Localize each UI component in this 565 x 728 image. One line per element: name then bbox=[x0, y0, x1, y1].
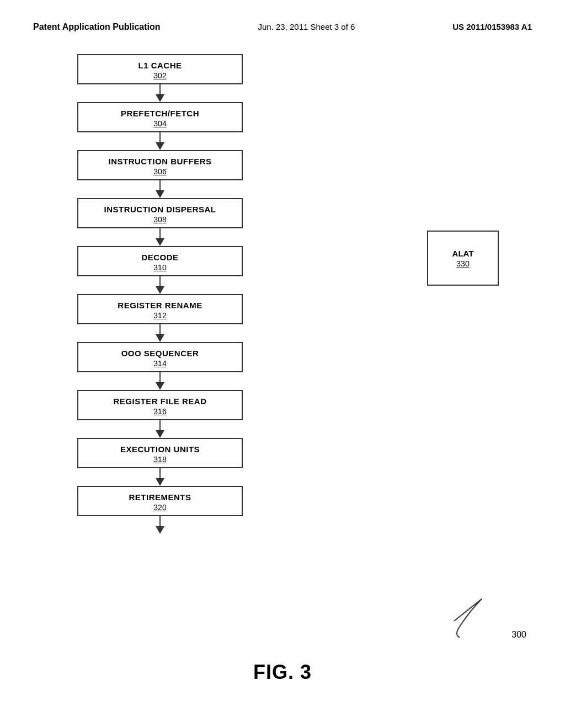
box-instr-buffers: INSTRUCTION BUFFERS 306 bbox=[77, 150, 243, 180]
box-l1cache: L1 CACHE 302 bbox=[77, 54, 243, 84]
diagram-number: 300 bbox=[511, 630, 526, 639]
box-execution-units-number: 318 bbox=[78, 455, 242, 464]
box-register-file-read-title: REGISTER FILE READ bbox=[78, 397, 242, 406]
patent-page: Patent Application Publication Jun. 23, … bbox=[0, 0, 565, 728]
box-register-file-read: REGISTER FILE READ 316 bbox=[77, 390, 243, 420]
box-ooo-sequencer: OOO SEQUENCER 314 bbox=[77, 342, 243, 372]
alat-number: 330 bbox=[456, 259, 469, 268]
box-instr-dispersal-number: 308 bbox=[78, 215, 242, 224]
pipeline-column: L1 CACHE 302 PREFETCH/FETCH 304 INSTRUCT… bbox=[55, 54, 265, 534]
box-execution-units-title: EXECUTION UNITS bbox=[78, 445, 242, 454]
box-instr-dispersal-title: INSTRUCTION DISPERSAL bbox=[78, 205, 242, 214]
box-decode-number: 310 bbox=[78, 263, 242, 272]
box-prefetch: PREFETCH/FETCH 304 bbox=[77, 102, 243, 132]
arrow-8 bbox=[156, 420, 164, 438]
box-retirements-title: RETIREMENTS bbox=[78, 493, 242, 502]
arrow-9 bbox=[156, 468, 164, 486]
box-decode-title: DECODE bbox=[78, 253, 242, 262]
header-center: Jun. 23, 2011 Sheet 3 of 6 bbox=[258, 22, 355, 31]
box-execution-units: EXECUTION UNITS 318 bbox=[77, 438, 243, 468]
alat-box: ALAT 330 bbox=[427, 231, 499, 286]
main-content: L1 CACHE 302 PREFETCH/FETCH 304 INSTRUCT… bbox=[33, 54, 532, 534]
curly-brace-icon bbox=[449, 593, 493, 643]
alat-title: ALAT bbox=[452, 249, 474, 258]
box-l1cache-title: L1 CACHE bbox=[78, 61, 242, 70]
box-decode: DECODE 310 bbox=[77, 246, 243, 276]
header-right: US 2011/0153983 A1 bbox=[452, 22, 532, 31]
box-register-rename: REGISTER RENAME 312 bbox=[77, 294, 243, 324]
box-register-file-read-number: 316 bbox=[78, 407, 242, 416]
box-register-rename-number: 312 bbox=[78, 311, 242, 320]
arrow-4 bbox=[156, 228, 164, 246]
header-left: Patent Application Publication bbox=[33, 22, 161, 32]
arrow-3 bbox=[156, 180, 164, 198]
box-retirements: RETIREMENTS 320 bbox=[77, 486, 243, 516]
arrow-1 bbox=[156, 84, 164, 102]
box-register-rename-title: REGISTER RENAME bbox=[78, 301, 242, 310]
arrow-2 bbox=[156, 132, 164, 150]
box-retirements-number: 320 bbox=[78, 503, 242, 512]
arrow-10 bbox=[156, 516, 164, 534]
figure-label: FIG. 3 bbox=[253, 661, 312, 684]
box-ooo-sequencer-title: OOO SEQUENCER bbox=[78, 349, 242, 358]
arrow-7 bbox=[156, 372, 164, 390]
page-header: Patent Application Publication Jun. 23, … bbox=[33, 22, 532, 32]
box-instr-buffers-number: 306 bbox=[78, 167, 242, 176]
box-prefetch-title: PREFETCH/FETCH bbox=[78, 109, 242, 118]
diagram-reference: 300 bbox=[449, 593, 510, 645]
box-l1cache-number: 302 bbox=[78, 71, 242, 80]
box-prefetch-number: 304 bbox=[78, 119, 242, 128]
arrow-5 bbox=[156, 276, 164, 294]
box-ooo-sequencer-number: 314 bbox=[78, 359, 242, 368]
arrow-6 bbox=[156, 324, 164, 342]
box-instr-dispersal: INSTRUCTION DISPERSAL 308 bbox=[77, 198, 243, 228]
box-instr-buffers-title: INSTRUCTION BUFFERS bbox=[78, 157, 242, 166]
svg-line-0 bbox=[454, 599, 482, 621]
